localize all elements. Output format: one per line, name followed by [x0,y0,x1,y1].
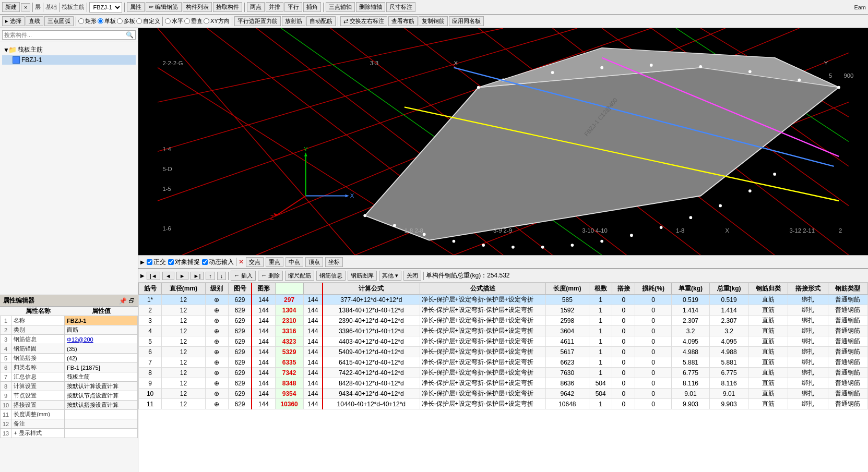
pick-btn[interactable]: 拾取构件 [213,2,242,12]
horiz-radio-label[interactable]: 水平 [165,17,183,25]
swap-btn[interactable]: ⇄ 交换左右标注 [340,16,387,26]
insert-btn[interactable]: ← 插入 [231,271,256,281]
up-btn[interactable]: ↑ [206,272,215,280]
prop-row-value[interactable]: 按默认节点设置计算 [65,391,138,401]
expand-icon3[interactable]: ▶ [140,273,145,279]
horiz-radio[interactable] [165,18,171,24]
prop-row[interactable]: 12备注 [1,419,138,429]
prop-row[interactable]: 11长度调整(mm) [1,410,138,419]
intersect-btn[interactable]: 交点 [246,257,264,267]
new-btn[interactable]: 新建 [2,2,20,12]
tree-node-fbzj1[interactable]: FBZJ-1 [2,55,136,65]
prop-pin[interactable]: 📌 🗗 [119,297,135,305]
prop-row-value[interactable] [65,429,138,438]
prev-btn[interactable]: ◄ [162,272,174,280]
prop-row[interactable]: 9节点设置按默认节点设置计算 [1,391,138,401]
coord-btn[interactable]: 坐标 [325,257,343,267]
prop-row[interactable]: 10搭接设置按默认搭接设置计算 [1,401,138,410]
prop-row-value[interactable] [65,410,138,419]
expand-icon2[interactable]: ▶ [140,259,145,265]
close-panel-btn[interactable]: 关闭 [403,271,421,281]
xy-radio[interactable] [204,18,209,24]
parallel2-btn[interactable]: 平行 [284,2,302,12]
last-btn[interactable]: ►| [191,272,204,280]
prop-row[interactable]: 1名称FBZJ-1 [1,316,138,325]
table-row[interactable]: 1012⊕62914493541449434-40+12*d-40+12*d净长… [139,389,868,399]
rect-radio[interactable] [78,18,84,24]
single-radio-label[interactable]: 单板 [98,17,116,25]
prop-row[interactable]: 2类别面筋 [1,325,138,335]
vert-radio-label[interactable]: 垂直 [184,17,203,25]
midpoint-btn[interactable]: 中点 [286,257,303,267]
table-row[interactable]: 1*12⊕629144297144377-40+12*d-40+12*d净长-保… [139,295,868,305]
ortho-check-label[interactable]: 正交 [147,258,166,267]
rebar-info-btn[interactable]: 钢筋信息 [316,271,346,281]
radial-btn[interactable]: 放射筋 [282,16,305,26]
dim-btn[interactable]: 尺寸标注 [386,2,415,12]
prop-row-value[interactable] [65,419,138,429]
two-point-btn[interactable]: 两点 [247,2,265,12]
view-rebar-btn[interactable]: 查看布筋 [388,16,418,26]
table-row[interactable]: 812⊕62914473421447422-40+12*d-40+12*d净长-… [139,368,868,378]
prop-row-value[interactable]: 筏板主筋 [65,372,138,382]
table-row[interactable]: 412⊕62914433161443396-40+12*d-40+12*d净长-… [139,326,868,336]
prop-row[interactable]: 7汇总信息筏板主筋 [1,372,138,382]
multi-radio-label[interactable]: 多板 [117,17,135,25]
table-row[interactable]: 512⊕62914443231444403-40+12*d-40+12*d净长-… [139,336,868,347]
endpoint-btn[interactable]: 重点 [266,257,283,267]
dynamic-check-label[interactable]: 动态输入 [202,258,234,267]
prop-row[interactable]: 13+ 显示样式 [1,429,138,438]
prop-row-value[interactable]: 按默认搭接设置计算 [65,401,138,410]
ortho-check[interactable] [147,259,152,265]
other-btn[interactable]: 其他 ▾ [379,271,401,281]
rebar-lib-btn[interactable]: 钢筋图库 [348,271,377,281]
del-aux-btn[interactable]: 删除辅轴 [356,2,385,12]
prop-row-value[interactable]: Φ12@200 [65,335,138,344]
tree-node-root[interactable]: ▼ 📁 筏板主筋 [2,44,136,55]
three-pt-btn[interactable]: 三点辅轴 [326,2,355,12]
xy-radio-label[interactable]: XY方向 [204,17,230,25]
search-input[interactable] [4,32,126,38]
apply-same-btn[interactable]: 应用同名板 [449,16,484,26]
vertex-btn[interactable]: 顶点 [305,257,323,267]
parallel-edge-btn[interactable]: 平行边距置力筋 [234,16,281,26]
prop-row-value[interactable]: (42) [65,354,138,363]
expand-icon[interactable]: ▼ [3,46,8,54]
vert-radio[interactable] [184,18,190,24]
custom-radio-label[interactable]: 自定义 [136,17,160,25]
scale-btn[interactable]: 缩尺配筋 [285,271,314,281]
copy-rebar-btn[interactable]: 复制钢筋 [419,16,448,26]
table-row[interactable]: 612⊕62914453291445409-40+12*d-40+12*d净长-… [139,347,868,357]
select-btn[interactable]: ▸ 选择 [2,16,25,26]
fbzj-select[interactable]: FBZJ-1 [89,2,122,13]
prop-row-value[interactable]: FB-1 [21875] [65,363,138,372]
single-radio[interactable] [98,18,103,24]
prop-row[interactable]: 5钢筋搭接(42) [1,354,138,363]
prop-row-value[interactable]: 按默认计算设置计算 [65,382,138,391]
dynamic-check[interactable] [202,259,208,265]
component-list-btn[interactable]: 构件列表 [183,2,212,12]
prop-row[interactable]: 4钢筋锚固(35) [1,344,138,354]
close-btn[interactable]: × [21,3,30,11]
prop-row-value[interactable]: (35) [65,344,138,354]
line-btn[interactable]: 直线 [26,16,43,26]
snap-check-label[interactable]: 对象捕捉 [168,258,200,267]
table-row[interactable]: 1112⊕6291441036014410440-40+12*d-40+12*d… [139,399,868,409]
angle-btn[interactable]: 捕角 [303,2,321,12]
multi-radio[interactable] [117,18,123,24]
rebar-table-wrap[interactable]: 筋号 直径(mm) 级别 图号 图形 计算公式 公式描述 长度(mm) 根数 搭… [138,283,868,472]
prop-row-value[interactable]: 面筋 [65,325,138,335]
table-row[interactable]: 912⊕62914483481448428-40+12*d-40+12*d净长-… [139,378,868,389]
prop-row[interactable]: 6归类名称FB-1 [21875] [1,363,138,372]
custom-radio[interactable] [136,18,142,24]
first-btn[interactable]: |◄ [147,272,160,280]
parallel-btn[interactable]: 并排 [266,2,283,12]
table-row[interactable]: 712⊕62914463351446415-40+12*d-40+12*d净长-… [139,357,868,368]
prop-row[interactable]: 3钢筋信息Φ12@200 [1,335,138,344]
prop-row-value[interactable]: FBZJ-1 [65,316,138,325]
delete-btn[interactable]: ← 删除 [258,271,283,281]
edit-rebar-btn[interactable]: ✏ 编辑钢筋 [146,2,181,12]
viewport[interactable]: X Y Z 2-2-2-G 3-3 X Y 5 900 1-4 5-D 1-5 … [138,28,868,255]
rect-radio-label[interactable]: 矩形 [78,17,97,25]
down-btn[interactable]: ↓ [217,272,227,280]
